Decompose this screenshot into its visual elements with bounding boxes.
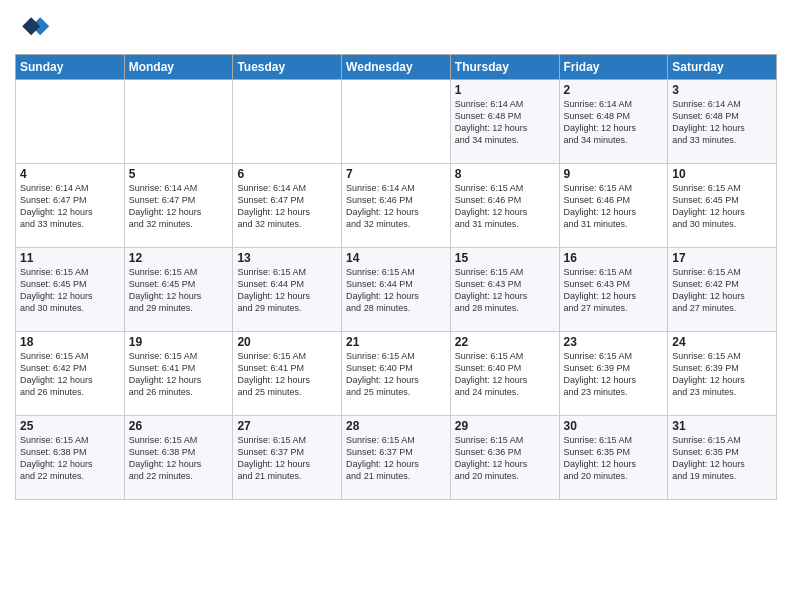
calendar-header: SundayMondayTuesdayWednesdayThursdayFrid… [16,55,777,80]
week-row-3: 11Sunrise: 6:15 AM Sunset: 6:45 PM Dayli… [16,248,777,332]
day-number: 17 [672,251,772,265]
day-info: Sunrise: 6:15 AM Sunset: 6:42 PM Dayligh… [20,350,120,399]
day-number: 22 [455,335,555,349]
day-cell: 11Sunrise: 6:15 AM Sunset: 6:45 PM Dayli… [16,248,125,332]
day-info: Sunrise: 6:15 AM Sunset: 6:39 PM Dayligh… [672,350,772,399]
day-number: 19 [129,335,229,349]
day-number: 27 [237,419,337,433]
day-cell: 1Sunrise: 6:14 AM Sunset: 6:48 PM Daylig… [450,80,559,164]
week-row-4: 18Sunrise: 6:15 AM Sunset: 6:42 PM Dayli… [16,332,777,416]
day-number: 4 [20,167,120,181]
day-info: Sunrise: 6:15 AM Sunset: 6:38 PM Dayligh… [20,434,120,483]
day-info: Sunrise: 6:15 AM Sunset: 6:46 PM Dayligh… [455,182,555,231]
day-cell: 22Sunrise: 6:15 AM Sunset: 6:40 PM Dayli… [450,332,559,416]
day-info: Sunrise: 6:15 AM Sunset: 6:44 PM Dayligh… [346,266,446,315]
day-info: Sunrise: 6:15 AM Sunset: 6:45 PM Dayligh… [129,266,229,315]
header-cell-monday: Monday [124,55,233,80]
day-info: Sunrise: 6:14 AM Sunset: 6:47 PM Dayligh… [129,182,229,231]
week-row-5: 25Sunrise: 6:15 AM Sunset: 6:38 PM Dayli… [16,416,777,500]
day-info: Sunrise: 6:15 AM Sunset: 6:41 PM Dayligh… [237,350,337,399]
day-info: Sunrise: 6:15 AM Sunset: 6:44 PM Dayligh… [237,266,337,315]
header-cell-tuesday: Tuesday [233,55,342,80]
day-cell: 25Sunrise: 6:15 AM Sunset: 6:38 PM Dayli… [16,416,125,500]
day-cell: 15Sunrise: 6:15 AM Sunset: 6:43 PM Dayli… [450,248,559,332]
day-cell: 9Sunrise: 6:15 AM Sunset: 6:46 PM Daylig… [559,164,668,248]
week-row-2: 4Sunrise: 6:14 AM Sunset: 6:47 PM Daylig… [16,164,777,248]
day-cell: 8Sunrise: 6:15 AM Sunset: 6:46 PM Daylig… [450,164,559,248]
day-number: 18 [20,335,120,349]
day-number: 3 [672,83,772,97]
day-cell: 14Sunrise: 6:15 AM Sunset: 6:44 PM Dayli… [342,248,451,332]
day-number: 24 [672,335,772,349]
day-cell: 21Sunrise: 6:15 AM Sunset: 6:40 PM Dayli… [342,332,451,416]
day-number: 5 [129,167,229,181]
day-cell: 5Sunrise: 6:14 AM Sunset: 6:47 PM Daylig… [124,164,233,248]
header-cell-friday: Friday [559,55,668,80]
day-cell [124,80,233,164]
day-info: Sunrise: 6:15 AM Sunset: 6:39 PM Dayligh… [564,350,664,399]
day-number: 21 [346,335,446,349]
day-cell: 29Sunrise: 6:15 AM Sunset: 6:36 PM Dayli… [450,416,559,500]
day-info: Sunrise: 6:14 AM Sunset: 6:48 PM Dayligh… [672,98,772,147]
header-cell-thursday: Thursday [450,55,559,80]
day-cell: 2Sunrise: 6:14 AM Sunset: 6:48 PM Daylig… [559,80,668,164]
day-info: Sunrise: 6:15 AM Sunset: 6:40 PM Dayligh… [346,350,446,399]
day-number: 28 [346,419,446,433]
day-cell: 31Sunrise: 6:15 AM Sunset: 6:35 PM Dayli… [668,416,777,500]
day-number: 13 [237,251,337,265]
day-number: 1 [455,83,555,97]
day-number: 10 [672,167,772,181]
day-cell: 19Sunrise: 6:15 AM Sunset: 6:41 PM Dayli… [124,332,233,416]
page: SundayMondayTuesdayWednesdayThursdayFrid… [0,0,792,612]
logo-icon [15,10,51,46]
day-number: 11 [20,251,120,265]
day-number: 7 [346,167,446,181]
day-cell: 17Sunrise: 6:15 AM Sunset: 6:42 PM Dayli… [668,248,777,332]
calendar-table: SundayMondayTuesdayWednesdayThursdayFrid… [15,54,777,500]
day-cell [342,80,451,164]
day-cell: 23Sunrise: 6:15 AM Sunset: 6:39 PM Dayli… [559,332,668,416]
day-info: Sunrise: 6:15 AM Sunset: 6:43 PM Dayligh… [564,266,664,315]
header-cell-sunday: Sunday [16,55,125,80]
day-info: Sunrise: 6:15 AM Sunset: 6:43 PM Dayligh… [455,266,555,315]
day-cell: 18Sunrise: 6:15 AM Sunset: 6:42 PM Dayli… [16,332,125,416]
day-info: Sunrise: 6:14 AM Sunset: 6:47 PM Dayligh… [237,182,337,231]
day-number: 12 [129,251,229,265]
day-number: 29 [455,419,555,433]
day-info: Sunrise: 6:15 AM Sunset: 6:42 PM Dayligh… [672,266,772,315]
day-info: Sunrise: 6:15 AM Sunset: 6:41 PM Dayligh… [129,350,229,399]
day-info: Sunrise: 6:14 AM Sunset: 6:46 PM Dayligh… [346,182,446,231]
day-info: Sunrise: 6:14 AM Sunset: 6:48 PM Dayligh… [564,98,664,147]
day-info: Sunrise: 6:14 AM Sunset: 6:48 PM Dayligh… [455,98,555,147]
day-cell: 16Sunrise: 6:15 AM Sunset: 6:43 PM Dayli… [559,248,668,332]
day-number: 2 [564,83,664,97]
day-number: 31 [672,419,772,433]
day-number: 9 [564,167,664,181]
day-number: 23 [564,335,664,349]
day-cell: 4Sunrise: 6:14 AM Sunset: 6:47 PM Daylig… [16,164,125,248]
header-row: SundayMondayTuesdayWednesdayThursdayFrid… [16,55,777,80]
day-cell: 20Sunrise: 6:15 AM Sunset: 6:41 PM Dayli… [233,332,342,416]
day-cell: 24Sunrise: 6:15 AM Sunset: 6:39 PM Dayli… [668,332,777,416]
day-number: 25 [20,419,120,433]
day-info: Sunrise: 6:15 AM Sunset: 6:45 PM Dayligh… [672,182,772,231]
day-cell: 13Sunrise: 6:15 AM Sunset: 6:44 PM Dayli… [233,248,342,332]
day-cell: 6Sunrise: 6:14 AM Sunset: 6:47 PM Daylig… [233,164,342,248]
day-info: Sunrise: 6:15 AM Sunset: 6:40 PM Dayligh… [455,350,555,399]
day-info: Sunrise: 6:15 AM Sunset: 6:36 PM Dayligh… [455,434,555,483]
day-info: Sunrise: 6:14 AM Sunset: 6:47 PM Dayligh… [20,182,120,231]
day-number: 15 [455,251,555,265]
day-cell: 3Sunrise: 6:14 AM Sunset: 6:48 PM Daylig… [668,80,777,164]
day-info: Sunrise: 6:15 AM Sunset: 6:37 PM Dayligh… [237,434,337,483]
day-cell: 12Sunrise: 6:15 AM Sunset: 6:45 PM Dayli… [124,248,233,332]
day-cell: 28Sunrise: 6:15 AM Sunset: 6:37 PM Dayli… [342,416,451,500]
week-row-1: 1Sunrise: 6:14 AM Sunset: 6:48 PM Daylig… [16,80,777,164]
day-cell: 30Sunrise: 6:15 AM Sunset: 6:35 PM Dayli… [559,416,668,500]
day-cell [16,80,125,164]
header [15,10,777,46]
day-cell [233,80,342,164]
day-info: Sunrise: 6:15 AM Sunset: 6:45 PM Dayligh… [20,266,120,315]
day-number: 14 [346,251,446,265]
logo [15,10,55,46]
header-cell-wednesday: Wednesday [342,55,451,80]
